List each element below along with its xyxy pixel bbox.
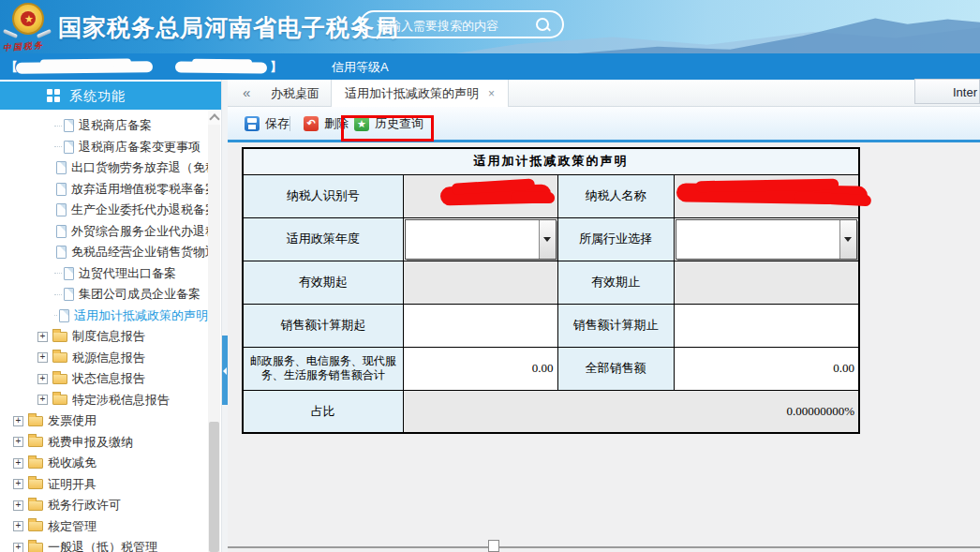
four-services-sales-label: 邮政服务、电信服务、现代服务、生活服务销售额合计 [243, 347, 403, 390]
doc-icon [56, 225, 67, 238]
sidebar-tree: 退税商店备案退税商店备案变更事项出口货物劳务放弃退（免税）放弃适用增值税零税率备… [0, 110, 208, 552]
search-input[interactable] [375, 14, 528, 37]
valid-to-label: 有效期止 [557, 261, 674, 304]
valid-from-field [403, 261, 557, 304]
save-button[interactable]: 保存 [245, 113, 290, 134]
sidebar-header[interactable]: 系统功能 [0, 82, 221, 110]
sidebar-item[interactable]: +特定涉税信息报告 [0, 390, 208, 411]
redacted-company-name [16, 61, 153, 74]
sidebar-item-label: 税费申报及缴纳 [48, 434, 133, 451]
panel-splitter[interactable] [221, 80, 228, 552]
doc-icon [56, 246, 67, 259]
sidebar-item-label: 制度信息报告 [72, 328, 145, 345]
doc-icon [59, 309, 69, 322]
sidebar-item[interactable]: +状态信息报告 [0, 368, 208, 390]
expand-plus-icon[interactable]: + [37, 352, 48, 363]
form-title: 适用加计抵减政策的声明 [243, 148, 859, 174]
sidebar-item[interactable]: +核定管理 [0, 516, 208, 538]
app-header: ★ 中国税务 国家税务总局河南省电子税务局 [0, 0, 980, 53]
search-box[interactable] [360, 10, 564, 38]
sidebar-item[interactable]: 适用加计抵减政策的声明 [0, 306, 208, 327]
policy-year-select[interactable] [405, 219, 557, 260]
doc-icon [64, 141, 74, 154]
expand-plus-icon[interactable]: + [37, 374, 48, 384]
tab-declaration[interactable]: 适用加计抵减政策的声明× [331, 80, 509, 107]
policy-year-label: 适用政策年度 [243, 217, 403, 261]
tabs-collapse-icon[interactable]: « [243, 84, 250, 100]
sales-calc-from-field[interactable] [403, 304, 557, 347]
folder-icon [28, 479, 43, 489]
expand-plus-icon[interactable]: + [13, 521, 23, 531]
sidebar-item-label: 证明开具 [48, 476, 97, 493]
sidebar-item[interactable]: +税收减免 [0, 453, 208, 474]
sidebar-item[interactable]: +一般退（抵）税管理 [0, 537, 208, 552]
main-content: « 办税桌面 适用加计抵减政策的声明× Inter 保存 ↶ 删除 ★ 历史查询 [228, 80, 980, 552]
valid-to-field [674, 261, 859, 304]
sidebar-item[interactable]: +税务行政许可 [0, 495, 208, 516]
bracket-close: 】 [270, 59, 282, 76]
tab-desktop[interactable]: 办税桌面 [258, 80, 333, 107]
sidebar-item[interactable]: 集团公司成员企业备案 [0, 284, 208, 306]
app-window: ★ 中国税务 国家税务总局河南省电子税务局 【 】 信用等级A 系统功能 退税商… [0, 0, 980, 552]
taxpayer-id-label: 纳税人识别号 [243, 174, 403, 217]
scroll-up-icon[interactable] [208, 110, 220, 125]
sidebar-item[interactable]: 边贸代理出口备案 [0, 263, 208, 285]
resize-handle[interactable] [488, 540, 499, 552]
total-sales-value[interactable]: 0.00 [674, 347, 859, 390]
expand-plus-icon[interactable]: + [13, 543, 23, 552]
sidebar-item[interactable]: 出口货物劳务放弃退（免税） [0, 157, 208, 179]
expand-plus-icon[interactable]: + [13, 500, 23, 511]
sidebar-item[interactable]: +制度信息报告 [0, 326, 208, 348]
sidebar-item[interactable]: +税费申报及缴纳 [0, 432, 208, 454]
expand-plus-icon[interactable]: + [13, 458, 23, 469]
expand-plus-icon[interactable]: + [37, 395, 48, 405]
folder-icon [28, 521, 43, 531]
redacted-taxpayer-id [175, 61, 267, 73]
taxpayer-name-label: 纳税人名称 [557, 174, 674, 217]
four-services-sales-value[interactable]: 0.00 [403, 347, 557, 390]
sidebar-item-label: 税源信息报告 [72, 350, 145, 366]
search-icon[interactable] [536, 18, 549, 31]
frame-divider [228, 546, 980, 548]
doc-icon [64, 288, 74, 301]
sidebar-item[interactable]: 退税商店备案 [0, 115, 208, 137]
sidebar-item[interactable]: 生产企业委托代办退税备案 [0, 200, 208, 221]
folder-icon [52, 332, 67, 342]
expand-plus-icon[interactable]: + [13, 416, 23, 426]
industry-select[interactable] [676, 219, 858, 260]
tab-close-icon[interactable]: × [488, 87, 495, 100]
sidebar-item[interactable]: 外贸综合服务企业代办退税 [0, 221, 208, 243]
dropdown-arrow-icon[interactable] [839, 220, 856, 259]
partial-right-widget: Inter [914, 79, 980, 104]
sidebar-item[interactable]: 免税品经营企业销售货物退 [0, 242, 208, 263]
sidebar-item[interactable]: 退税商店备案变更事项 [0, 137, 208, 158]
sidebar-item[interactable]: 放弃适用增值税零税率备案 [0, 179, 208, 201]
delete-icon: ↶ [304, 116, 319, 131]
sales-calc-to-field[interactable] [674, 304, 859, 347]
expand-plus-icon[interactable]: + [37, 332, 48, 342]
sidebar-item-label: 适用加计抵减政策的声明 [74, 307, 208, 324]
expand-plus-icon[interactable]: + [13, 437, 23, 447]
sidebar-item[interactable]: +发票使用 [0, 410, 208, 432]
dropdown-arrow-icon[interactable] [539, 220, 556, 259]
scrollbar-thumb[interactable] [209, 422, 219, 552]
sidebar-item[interactable]: +证明开具 [0, 474, 208, 496]
sidebar-item-label: 集团公司成员企业备案 [79, 286, 200, 303]
redaction-scribble [440, 184, 551, 205]
valid-from-label: 有效期起 [243, 261, 403, 304]
ratio-value: 0.00000000% [403, 390, 859, 433]
sidebar-item-label: 外贸综合服务企业代办退税 [71, 223, 208, 240]
sidebar-scrollbar[interactable] [208, 110, 220, 552]
folder-icon [52, 395, 67, 405]
industry-label: 所属行业选择 [557, 217, 674, 261]
folder-icon [28, 500, 43, 511]
doc-icon [56, 183, 67, 196]
sidebar-item-label: 发票使用 [48, 412, 97, 429]
logo-caption: 中国税务 [3, 38, 60, 53]
sidebar-item-label: 出口货物劳务放弃退（免税） [71, 159, 208, 176]
sidebar-item[interactable]: +税源信息报告 [0, 348, 208, 369]
grid-menu-icon [47, 89, 60, 102]
folder-icon [52, 352, 67, 363]
expand-plus-icon[interactable]: + [13, 479, 23, 489]
credit-rating-badge: 信用等级A [332, 59, 389, 76]
